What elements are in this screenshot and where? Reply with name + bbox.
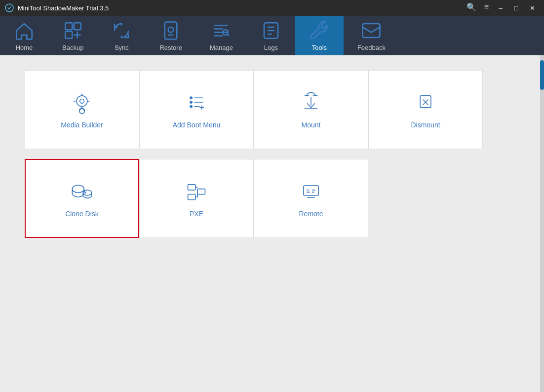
close-button[interactable]: ✕: [525, 2, 539, 13]
tool-card-mount[interactable]: Mount: [254, 70, 368, 149]
tool-card-mount-label: Mount: [302, 121, 321, 129]
svg-rect-3: [65, 31, 72, 38]
tool-card-pxe[interactable]: PXE: [139, 159, 254, 238]
titlebar-left: MiniTool ShadowMaker Trial 3.5: [5, 3, 109, 12]
svg-rect-1: [65, 23, 72, 30]
nav-sync[interactable]: Sync: [97, 16, 146, 55]
nav-manage[interactable]: Manage: [196, 16, 247, 55]
svg-point-9: [77, 96, 87, 107]
svg-point-13: [190, 101, 192, 103]
scrollbar[interactable]: [540, 55, 544, 392]
nav-restore-label: Restore: [159, 44, 182, 51]
nav-home[interactable]: Home: [0, 16, 48, 55]
svg-point-14: [190, 106, 192, 108]
svg-point-5: [168, 27, 174, 33]
search-icon[interactable]: 🔍: [464, 2, 479, 13]
nav-sync-label: Sync: [115, 44, 129, 51]
pxe-icon: [185, 179, 208, 203]
tool-card-dismount[interactable]: Dismount: [368, 70, 483, 149]
svg-rect-2: [74, 23, 80, 30]
tool-card-media-builder[interactable]: Media Builder: [25, 70, 139, 149]
backup-icon: [63, 20, 83, 41]
svg-point-12: [190, 97, 192, 99]
navbar: Home Backup Sync Restore: [0, 16, 544, 55]
restore-icon: [160, 20, 181, 41]
main-content: Media Builder Add Boot Menu M: [0, 55, 544, 392]
tool-row-1: Media Builder Add Boot Menu M: [25, 70, 519, 149]
remote-icon: [299, 179, 323, 203]
nav-logs[interactable]: Logs: [247, 16, 295, 55]
tool-card-remote-label: Remote: [299, 210, 323, 218]
clone-disk-icon: [70, 179, 94, 203]
titlebar-controls: 🔍 ≡ – □ ✕: [464, 2, 539, 13]
scrollbar-thumb[interactable]: [540, 60, 544, 90]
sync-icon: [111, 20, 132, 41]
svg-rect-4: [165, 22, 177, 39]
svg-rect-19: [197, 189, 205, 195]
svg-point-10: [80, 99, 84, 103]
nav-tools-label: Tools: [312, 44, 327, 51]
media-builder-icon: [70, 90, 94, 114]
logs-icon: [261, 20, 281, 41]
feedback-icon: [361, 20, 382, 41]
nav-feedback[interactable]: Feedback: [344, 16, 399, 55]
manage-icon: [211, 20, 232, 41]
mount-icon: [299, 90, 323, 114]
tool-row-2: Clone Disk PXE Remote: [25, 159, 519, 238]
tool-card-clone-disk-label: Clone Disk: [65, 210, 99, 218]
maximize-button[interactable]: □: [509, 2, 523, 13]
tool-card-dismount-label: Dismount: [411, 121, 440, 129]
svg-rect-17: [188, 185, 195, 190]
app-title: MiniTool ShadowMaker Trial 3.5: [18, 4, 109, 12]
add-boot-menu-icon: [185, 90, 208, 114]
tool-card-remote[interactable]: Remote: [254, 159, 368, 238]
nav-tools[interactable]: Tools: [295, 16, 344, 55]
nav-logs-label: Logs: [264, 44, 278, 51]
svg-rect-20: [304, 186, 319, 196]
nav-backup[interactable]: Backup: [48, 16, 97, 55]
tools-icon: [309, 20, 330, 41]
svg-rect-18: [188, 195, 195, 200]
tool-card-add-boot-menu-label: Add Boot Menu: [173, 121, 221, 129]
svg-rect-8: [363, 24, 380, 38]
nav-manage-label: Manage: [210, 44, 233, 51]
tool-card-clone-disk[interactable]: Clone Disk: [25, 159, 139, 238]
svg-point-15: [72, 185, 84, 193]
home-icon: [14, 20, 35, 41]
nav-backup-label: Backup: [62, 44, 83, 51]
app-logo-icon: [5, 3, 14, 12]
nav-home-label: Home: [16, 44, 33, 51]
dismount-icon: [414, 90, 437, 114]
tool-card-pxe-label: PXE: [190, 210, 203, 218]
nav-feedback-label: Feedback: [357, 44, 386, 51]
menu-icon[interactable]: ≡: [481, 2, 492, 13]
tool-card-add-boot-menu[interactable]: Add Boot Menu: [139, 70, 254, 149]
titlebar: MiniTool ShadowMaker Trial 3.5 🔍 ≡ – □ ✕: [0, 0, 544, 16]
minimize-button[interactable]: –: [494, 2, 507, 13]
tool-card-media-builder-label: Media Builder: [61, 121, 103, 129]
nav-restore[interactable]: Restore: [146, 16, 196, 55]
